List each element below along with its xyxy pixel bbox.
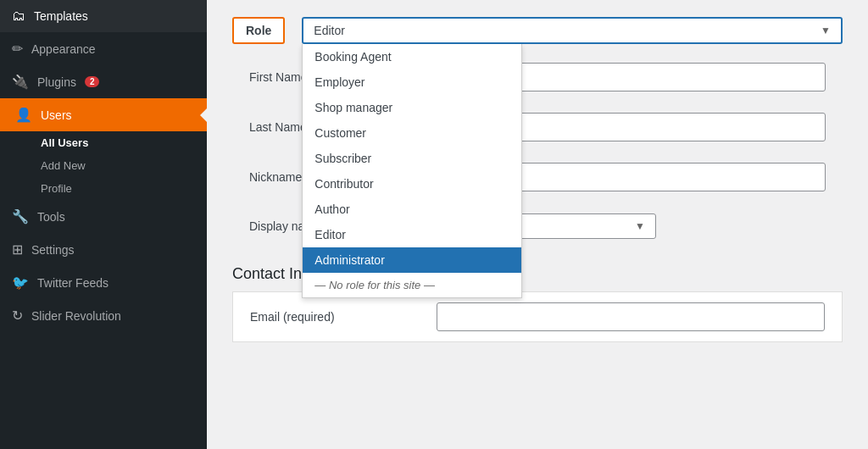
sidebar-item-label: Appearance bbox=[31, 42, 96, 56]
dropdown-item-author[interactable]: Author bbox=[303, 197, 521, 222]
dropdown-item-editor[interactable]: Editor bbox=[303, 222, 521, 247]
role-select-wrapper: Editor ▼ Booking Agent Employer Shop man… bbox=[302, 17, 843, 44]
twitter-icon: 🐦 bbox=[12, 274, 29, 291]
settings-icon: ⊞ bbox=[12, 241, 23, 258]
appearance-icon: ✏ bbox=[12, 41, 23, 57]
sidebar-item-label: Settings bbox=[31, 243, 75, 257]
all-users-label: All Users bbox=[41, 136, 88, 149]
role-dropdown-menu: Booking Agent Employer Shop manager Cust… bbox=[302, 44, 522, 298]
dropdown-item-administrator[interactable]: Administrator bbox=[303, 247, 521, 273]
sidebar-item-label: Templates bbox=[34, 9, 88, 23]
templates-icon: 🗂 bbox=[12, 8, 25, 24]
dropdown-item-subscriber[interactable]: Subscriber bbox=[303, 146, 521, 171]
display-chevron-icon: ▼ bbox=[635, 220, 645, 232]
main-content: Role Editor ▼ Booking Agent Employer Sho… bbox=[207, 0, 868, 449]
role-select[interactable]: Editor ▼ bbox=[302, 17, 843, 44]
sidebar-item-label: Users bbox=[41, 108, 72, 122]
role-label: Role bbox=[232, 17, 285, 44]
sidebar-item-label: Plugins bbox=[37, 75, 76, 89]
role-selected-value: Editor bbox=[314, 24, 345, 37]
sidebar-sub-profile[interactable]: Profile bbox=[0, 177, 207, 200]
tools-icon: 🔧 bbox=[12, 208, 29, 224]
slider-icon: ↻ bbox=[12, 308, 23, 324]
plugins-icon: 🔌 bbox=[12, 74, 29, 90]
dropdown-item-no-role[interactable]: — No role for this site — bbox=[303, 273, 521, 297]
email-row: Email (required) bbox=[232, 291, 843, 342]
dropdown-item-booking-agent[interactable]: Booking Agent bbox=[303, 44, 521, 69]
users-submenu: All Users Add New Profile bbox=[0, 131, 207, 200]
sidebar-item-twitter-feeds[interactable]: 🐦 Twitter Feeds bbox=[0, 266, 207, 299]
sidebar-item-settings[interactable]: ⊞ Settings bbox=[0, 233, 207, 266]
sidebar-item-users[interactable]: 👤 Users bbox=[0, 98, 207, 131]
sidebar-sub-add-new[interactable]: Add New bbox=[0, 154, 207, 177]
dropdown-item-shop-manager[interactable]: Shop manager bbox=[303, 95, 521, 120]
profile-label: Profile bbox=[41, 182, 72, 195]
sidebar-item-templates[interactable]: 🗂 Templates bbox=[0, 0, 207, 32]
email-input[interactable] bbox=[437, 302, 825, 331]
sidebar-item-plugins[interactable]: 🔌 Plugins 2 bbox=[0, 65, 207, 98]
add-new-label: Add New bbox=[41, 159, 86, 172]
users-icon: 👤 bbox=[15, 107, 32, 123]
dropdown-item-contributor[interactable]: Contributor bbox=[303, 171, 521, 197]
sidebar-item-tools[interactable]: 🔧 Tools bbox=[0, 200, 207, 233]
plugins-badge: 2 bbox=[85, 76, 100, 87]
sidebar-item-slider-revolution[interactable]: ↻ Slider Revolution bbox=[0, 299, 207, 332]
sidebar-sub-all-users[interactable]: All Users bbox=[0, 131, 207, 154]
email-label: Email (required) bbox=[250, 310, 437, 324]
sidebar-item-label: Tools bbox=[37, 210, 65, 224]
dropdown-item-customer[interactable]: Customer bbox=[303, 120, 521, 146]
dropdown-item-employer[interactable]: Employer bbox=[303, 69, 521, 95]
chevron-down-icon: ▼ bbox=[821, 25, 831, 36]
sidebar-item-label: Twitter Feeds bbox=[37, 276, 108, 290]
sidebar: 🗂 Templates ✏ Appearance 🔌 Plugins 2 👤 U… bbox=[0, 0, 207, 449]
sidebar-item-label: Slider Revolution bbox=[31, 309, 121, 323]
sidebar-item-appearance[interactable]: ✏ Appearance bbox=[0, 32, 207, 65]
